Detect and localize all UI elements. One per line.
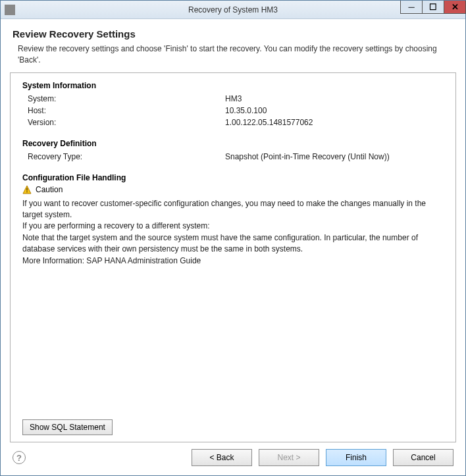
caution-line-2: If you are performing a recovery to a di… — [22, 221, 444, 232]
host-row: Host: 10.35.0.100 — [22, 105, 444, 117]
recovery-definition-section: Recovery Definition Recovery Type: Snaps… — [22, 139, 444, 163]
system-information-heading: System Information — [22, 81, 444, 90]
recovery-type-value: Snapshot (Point-in-Time Recovery (Until … — [225, 151, 444, 163]
window-controls: ─ ☐ ✕ — [400, 1, 465, 18]
cancel-button[interactable]: Cancel — [393, 449, 453, 466]
titlebar: Recovery of System HM3 ─ ☐ ✕ — [1, 1, 465, 19]
system-label: System: — [28, 93, 225, 105]
system-information-section: System Information System: HM3 Host: 10.… — [22, 81, 444, 128]
maximize-button[interactable]: ☐ — [422, 1, 444, 14]
svg-rect-1 — [26, 188, 27, 190]
system-row: System: HM3 — [22, 93, 444, 105]
app-icon — [5, 5, 15, 15]
caution-line-4: More Information: SAP HANA Administratio… — [22, 255, 444, 267]
configuration-file-handling-heading: Configuration File Handling — [22, 173, 444, 182]
wizard-header: Review Recovery Settings Review the reco… — [1, 19, 465, 72]
content-frame: System Information System: HM3 Host: 10.… — [10, 72, 456, 442]
help-icon[interactable]: ? — [13, 451, 26, 464]
version-label: Version: — [28, 117, 225, 128]
next-button: Next > — [259, 449, 319, 466]
configuration-file-handling-section: Configuration File Handling Caution If y… — [22, 173, 444, 267]
recovery-type-label: Recovery Type: — [28, 151, 225, 163]
caution-row: Caution — [22, 185, 444, 194]
caution-label: Caution — [36, 185, 63, 194]
window-title: Recovery of System HM3 — [1, 5, 465, 14]
back-button[interactable]: < Back — [192, 449, 252, 466]
recovery-wizard-window: Recovery of System HM3 ─ ☐ ✕ Review Reco… — [0, 0, 466, 476]
close-button[interactable]: ✕ — [444, 1, 466, 14]
system-value: HM3 — [225, 93, 444, 105]
caution-line-3: Note that the target system and the sour… — [22, 232, 444, 255]
svg-rect-2 — [26, 191, 27, 192]
spacer — [22, 277, 444, 417]
page-description: Review the recovery settings and choose … — [13, 43, 453, 66]
finish-button[interactable]: Finish — [326, 449, 386, 466]
wizard-footer: ? < Back Next > Finish Cancel — [1, 442, 465, 475]
recovery-type-row: Recovery Type: Snapshot (Point-in-Time R… — [22, 151, 444, 163]
footer-buttons: < Back Next > Finish Cancel — [192, 449, 453, 466]
page-title: Review Recovery Settings — [13, 28, 453, 40]
minimize-button[interactable]: ─ — [400, 1, 423, 14]
recovery-definition-heading: Recovery Definition — [22, 139, 444, 148]
host-label: Host: — [28, 105, 225, 117]
version-value: 1.00.122.05.1481577062 — [225, 117, 444, 128]
version-row: Version: 1.00.122.05.1481577062 — [22, 117, 444, 128]
warning-icon — [22, 185, 32, 194]
caution-line-1: If you want to recover customer-specific… — [22, 198, 444, 221]
sql-button-row: Show SQL Statement — [22, 419, 444, 435]
host-value: 10.35.0.100 — [225, 105, 444, 117]
caution-text: If you want to recover customer-specific… — [22, 198, 444, 267]
show-sql-statement-button[interactable]: Show SQL Statement — [22, 419, 113, 435]
